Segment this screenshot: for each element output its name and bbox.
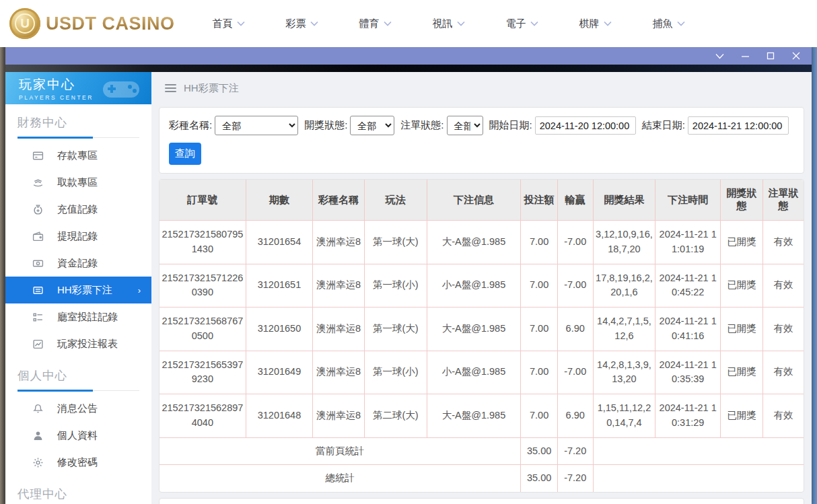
sidebar-item-withdrawal-record[interactable]: 提現記錄	[5, 223, 151, 250]
chevron-down-icon	[604, 21, 612, 26]
sidebar-item-notice[interactable]: 消息公告	[5, 395, 151, 422]
cell-draw-status: 已開獎	[721, 221, 763, 264]
cell-result: 3,12,10,9,16,18,7,20	[593, 221, 655, 264]
cell-win-loss: -7.00	[557, 351, 593, 394]
table-row: 2152173215687670500 31201650 澳洲幸运8 第一球(大…	[159, 308, 804, 351]
nav-item-home[interactable]: 首頁	[213, 17, 245, 30]
cell-bet-amount: 7.00	[521, 308, 558, 351]
col-draw-status: 開獎狀態	[721, 180, 763, 221]
start-date-label: 開始日期:	[489, 119, 532, 132]
sidebar-item-recharge-record[interactable]: 充值記錄	[5, 196, 151, 223]
nav-item-sports[interactable]: 體育	[359, 17, 392, 30]
cell-win-loss: -7.00	[557, 221, 593, 264]
cell-order-id: 2152173215653979230	[159, 351, 246, 394]
nav-label: 首頁	[213, 17, 233, 30]
cell-bet-info: 大-A盤@1.985	[427, 221, 521, 264]
cell-order-id: 2152173215687670500	[159, 308, 246, 351]
draw-status-label: 開獎狀態:	[304, 119, 347, 132]
cell-play: 第一球(小)	[364, 351, 427, 394]
chevron-down-icon	[530, 21, 538, 26]
person-icon	[32, 430, 44, 441]
current-page-summary-row: 當前頁統計 35.00 -7.20	[159, 437, 804, 465]
sidebar-item-hall-bet-record[interactable]: 廳室投註記錄	[5, 303, 151, 330]
end-date-input[interactable]	[688, 116, 789, 135]
summary-bet-amount: 35.00	[521, 437, 558, 465]
window-maximize-icon[interactable]	[766, 51, 775, 61]
cell-draw-status: 已開獎	[721, 351, 763, 394]
cell-bet-info: 大-A盤@1.985	[427, 308, 521, 351]
cell-lottery: 澳洲幸运8	[313, 264, 365, 308]
sidebar-item-change-password[interactable]: 修改密碼	[5, 449, 151, 476]
end-date-label: 結束日期:	[642, 119, 685, 132]
sidebar-item-label: 提現記錄	[57, 230, 98, 243]
sidebar-item-label: 消息公告	[57, 402, 98, 415]
cell-play: 第一球(大)	[364, 221, 427, 264]
cell-lottery: 澳洲幸运8	[313, 308, 365, 351]
col-play: 玩法	[364, 180, 427, 221]
nav-label: 捕魚	[653, 17, 673, 30]
coin-letter: U	[15, 13, 35, 34]
main-content: HH彩票下注 彩種名稱: 全部 開獎狀態: 全部 注單狀態: 全部 開始日期: …	[151, 72, 812, 504]
sidebar-item-profile[interactable]: 個人資料	[5, 422, 151, 449]
section-agent-center: 代理中心	[17, 486, 139, 502]
hamburger-menu-icon[interactable]	[165, 84, 176, 92]
window-collapse-icon[interactable]	[715, 51, 724, 61]
cell-bet-time: 2024-11-21 10:45:22	[655, 264, 721, 308]
window-close-icon[interactable]	[791, 51, 801, 61]
cell-lottery: 澳洲幸运8	[313, 351, 365, 394]
banknote-icon	[32, 258, 44, 269]
col-order-id: 訂單號	[159, 180, 246, 221]
window-titlebar	[5, 47, 812, 65]
brand-name: USDT CASINO	[46, 13, 175, 34]
col-lottery-name: 彩種名稱	[313, 180, 365, 221]
lottery-name-select[interactable]: 全部	[215, 116, 298, 135]
chevron-down-icon	[677, 21, 685, 26]
deposit-card-icon	[32, 150, 44, 161]
col-win-loss: 輸贏	[557, 180, 593, 221]
cell-period: 31201651	[246, 264, 313, 308]
col-order-status: 注單狀態	[763, 180, 804, 221]
col-bet-time: 下注時間	[655, 180, 721, 221]
page-header: HH彩票下注	[151, 72, 812, 104]
cell-result: 14,4,2,7,1,5,12,6	[593, 308, 655, 351]
sidebar-item-player-bet-report[interactable]: 玩家投注報表	[5, 330, 151, 357]
cell-bet-info: 大-A盤@1.985	[427, 394, 521, 438]
start-date-input[interactable]	[535, 116, 636, 135]
cell-order-status: 有效	[763, 394, 804, 438]
cell-bet-amount: 7.00	[521, 394, 558, 438]
order-status-select[interactable]: 全部	[447, 116, 483, 135]
col-bet-info: 下注信息	[427, 180, 521, 221]
section-personal-center: 個人中心	[17, 367, 139, 384]
sidebar-item-deposit-zone[interactable]: 存款專區	[5, 142, 151, 169]
cell-result: 14,2,8,1,3,9,13,20	[593, 351, 655, 394]
sidebar-item-label: 取款專區	[57, 176, 98, 189]
cell-result: 1,15,11,12,20,14,7,4	[593, 394, 655, 438]
sidebar-item-withdraw-zone[interactable]: 取款專區	[5, 169, 151, 196]
cell-period: 31201648	[246, 394, 313, 438]
col-bet-amount: 投注額	[521, 180, 558, 221]
sidebar-item-label: 修改密碼	[57, 456, 98, 469]
brand-logo[interactable]: U USDT CASINO	[9, 8, 175, 39]
cell-draw-status: 已開獎	[721, 264, 763, 308]
nav-label: 體育	[359, 17, 380, 30]
sidebar-item-funds-record[interactable]: 資金記錄	[5, 250, 151, 277]
cell-play: 第一球(大)	[364, 308, 427, 351]
nav-item-video[interactable]: 視訊	[433, 17, 465, 30]
gear-icon	[32, 457, 44, 468]
cell-bet-info: 小-A盤@1.985	[427, 264, 521, 308]
nav-item-lottery[interactable]: 彩票	[286, 17, 318, 30]
sidebar-item-hh-lottery-bets[interactable]: HH彩票下注 ›	[5, 277, 151, 303]
nav-item-slots[interactable]: 電子	[506, 17, 538, 30]
cell-order-id: 2152173215628974040	[159, 394, 246, 438]
search-button[interactable]: 查詢	[169, 143, 201, 165]
window-minimize-icon[interactable]	[740, 51, 750, 61]
filter-panel: 彩種名稱: 全部 開獎狀態: 全部 注單狀態: 全部 開始日期: 結束日期: 查…	[159, 107, 804, 174]
draw-status-select[interactable]: 全部	[350, 116, 394, 135]
summary-empty	[593, 437, 804, 465]
ticket-list-icon	[32, 285, 44, 296]
nav-item-cards[interactable]: 棋牌	[579, 17, 612, 30]
nav-label: 電子	[506, 17, 526, 30]
summary-label: 當前頁統計	[159, 437, 521, 465]
cell-period: 31201650	[246, 308, 313, 351]
nav-item-fishing[interactable]: 捕魚	[653, 17, 685, 30]
